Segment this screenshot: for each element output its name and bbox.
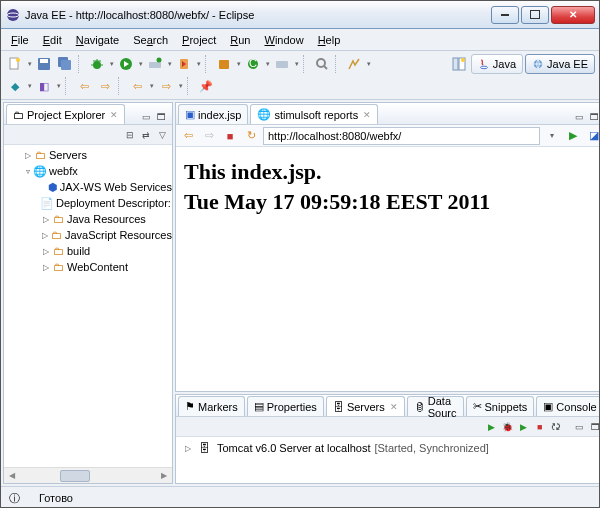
- external-tools-button[interactable]: [174, 54, 194, 74]
- tree-item-jaxws[interactable]: ⬢JAX-WS Web Services: [4, 179, 172, 195]
- tree-item-javares[interactable]: ▷🗀Java Resources: [4, 211, 172, 227]
- tree-item-build[interactable]: ▷🗀build: [4, 243, 172, 259]
- debug-server-button[interactable]: 🐞: [501, 420, 515, 434]
- project-explorer-tab[interactable]: 🗀 Project Explorer ✕: [6, 104, 125, 124]
- dropdown-icon[interactable]: ▾: [26, 82, 33, 90]
- new-server-button[interactable]: [272, 54, 292, 74]
- tab-servers[interactable]: 🗄Servers✕: [326, 396, 405, 416]
- minimize-view-button[interactable]: ▭: [139, 110, 153, 124]
- menu-project[interactable]: Project: [176, 32, 222, 48]
- tab-markers[interactable]: ⚑Markers: [178, 396, 245, 416]
- toggle-breadcrumb-button[interactable]: ◆: [5, 76, 25, 96]
- run-button[interactable]: [116, 54, 136, 74]
- url-input[interactable]: [263, 127, 540, 145]
- scroll-left-icon[interactable]: ◀: [4, 469, 20, 483]
- maximize-view-button[interactable]: 🗖: [588, 110, 600, 124]
- dropdown-icon[interactable]: ▾: [148, 82, 155, 90]
- toolbar-area: ▾ ▾ ▾ ▾ ▾ ▾ C▾ ▾ ▾ Java Java EE ◆▾ ◧▾ ⇦ …: [1, 51, 599, 100]
- close-icon[interactable]: ✕: [363, 110, 371, 120]
- publish-server-button[interactable]: 🗘: [549, 420, 563, 434]
- maximize-view-button[interactable]: 🗖: [154, 110, 168, 124]
- new-package-dropdown[interactable]: ▾: [235, 60, 242, 68]
- nav-back-button[interactable]: ⇦: [74, 76, 94, 96]
- run-server-button[interactable]: [145, 54, 165, 74]
- collapse-all-button[interactable]: ⊟: [123, 128, 137, 142]
- open-perspective-button[interactable]: [449, 54, 469, 74]
- run-dropdown[interactable]: ▾: [137, 60, 144, 68]
- profile-server-button[interactable]: ▶: [517, 420, 531, 434]
- external-tools-dropdown[interactable]: ▾: [195, 60, 202, 68]
- server-row[interactable]: ▷ 🗄 Tomcat v6.0 Server at localhost [Sta…: [176, 439, 600, 457]
- servers-icon: 🗄: [333, 401, 344, 413]
- menu-file[interactable]: File: [5, 32, 35, 48]
- dropdown-icon[interactable]: ▾: [55, 82, 62, 90]
- editor-tab-stimulsoft[interactable]: 🌐stimulsoft reports✕: [250, 104, 378, 124]
- scroll-thumb[interactable]: [60, 470, 90, 482]
- url-dropdown[interactable]: ▾: [543, 127, 561, 145]
- new-button[interactable]: [5, 54, 25, 74]
- view-menu-button[interactable]: ▽: [155, 128, 169, 142]
- menu-window[interactable]: Window: [258, 32, 309, 48]
- menu-run[interactable]: Run: [224, 32, 256, 48]
- history-back-button[interactable]: ⇦: [127, 76, 147, 96]
- save-button[interactable]: [34, 54, 54, 74]
- maximize-button[interactable]: [521, 6, 549, 24]
- history-fwd-button[interactable]: ⇨: [156, 76, 176, 96]
- debug-button[interactable]: [87, 54, 107, 74]
- search-button[interactable]: [344, 54, 364, 74]
- link-editor-button[interactable]: ⇄: [139, 128, 153, 142]
- perspective-java[interactable]: Java: [471, 54, 523, 74]
- menu-search[interactable]: Search: [127, 32, 174, 48]
- editor-view: ▣index.jsp 🌐stimulsoft reports✕ ▭ 🗖 ⇦ ⇨ …: [175, 102, 600, 392]
- minimize-button[interactable]: [491, 6, 519, 24]
- dropdown-icon[interactable]: ▾: [177, 82, 184, 90]
- tree-item-servers[interactable]: ▷🗀Servers: [4, 147, 172, 163]
- close-icon[interactable]: ✕: [110, 110, 118, 120]
- start-server-button[interactable]: ▶: [485, 420, 499, 434]
- browser-home-button[interactable]: ◪: [585, 127, 600, 145]
- tab-datasource[interactable]: 🛢Data Sourc: [407, 396, 464, 416]
- menu-edit[interactable]: Edit: [37, 32, 68, 48]
- nav-fwd-button[interactable]: ⇨: [95, 76, 115, 96]
- scroll-right-icon[interactable]: ▶: [156, 469, 172, 483]
- browser-fwd-button[interactable]: ⇨: [200, 127, 218, 145]
- tree-item-jsres[interactable]: ▷🗀JavaScript Resources: [4, 227, 172, 243]
- stop-server-button[interactable]: ■: [533, 420, 547, 434]
- debug-dropdown[interactable]: ▾: [108, 60, 115, 68]
- tree-item-dd[interactable]: 📄Deployment Descriptor: s: [4, 195, 172, 211]
- menu-help[interactable]: Help: [312, 32, 347, 48]
- minimize-view-button[interactable]: ▭: [573, 110, 587, 124]
- new-package-button[interactable]: [214, 54, 234, 74]
- tab-console[interactable]: ▣Console: [536, 396, 600, 416]
- editor-tab-index[interactable]: ▣index.jsp: [178, 104, 248, 124]
- new-dropdown[interactable]: ▾: [26, 60, 33, 68]
- minimize-view-button[interactable]: ▭: [573, 420, 587, 434]
- svg-point-11: [157, 58, 162, 63]
- search-dropdown[interactable]: ▾: [365, 60, 372, 68]
- menu-bar: File Edit Navigate Search Project Run Wi…: [1, 29, 599, 51]
- tree-item-webcontent[interactable]: ▷🗀WebContent: [4, 259, 172, 275]
- toggle-mark-button[interactable]: ◧: [34, 76, 54, 96]
- browser-stop-button[interactable]: ■: [221, 127, 239, 145]
- pin-button[interactable]: 📌: [196, 76, 216, 96]
- tree-item-webfx[interactable]: ▿🌐webfx: [4, 163, 172, 179]
- maximize-view-button[interactable]: 🗖: [589, 420, 600, 434]
- new-server-dropdown[interactable]: ▾: [293, 60, 300, 68]
- tab-snippets[interactable]: ✂Snippets: [466, 396, 535, 416]
- svg-point-20: [461, 58, 465, 62]
- menu-navigate[interactable]: Navigate: [70, 32, 125, 48]
- close-button[interactable]: [551, 6, 595, 24]
- browser-back-button[interactable]: ⇦: [179, 127, 197, 145]
- close-icon[interactable]: ✕: [390, 402, 398, 412]
- browser-refresh-button[interactable]: ↻: [242, 127, 260, 145]
- horizontal-scrollbar[interactable]: ◀ ▶: [4, 467, 172, 483]
- run-server-dropdown[interactable]: ▾: [166, 60, 173, 68]
- new-class-dropdown[interactable]: ▾: [264, 60, 271, 68]
- tab-properties[interactable]: ▤Properties: [247, 396, 324, 416]
- saveall-button[interactable]: [55, 54, 75, 74]
- go-button[interactable]: ▶: [564, 127, 582, 145]
- new-class-button[interactable]: C: [243, 54, 263, 74]
- project-tree[interactable]: ▷🗀Servers ▿🌐webfx ⬢JAX-WS Web Services 📄…: [4, 147, 172, 275]
- open-type-button[interactable]: [312, 54, 332, 74]
- perspective-javaee[interactable]: Java EE: [525, 54, 595, 74]
